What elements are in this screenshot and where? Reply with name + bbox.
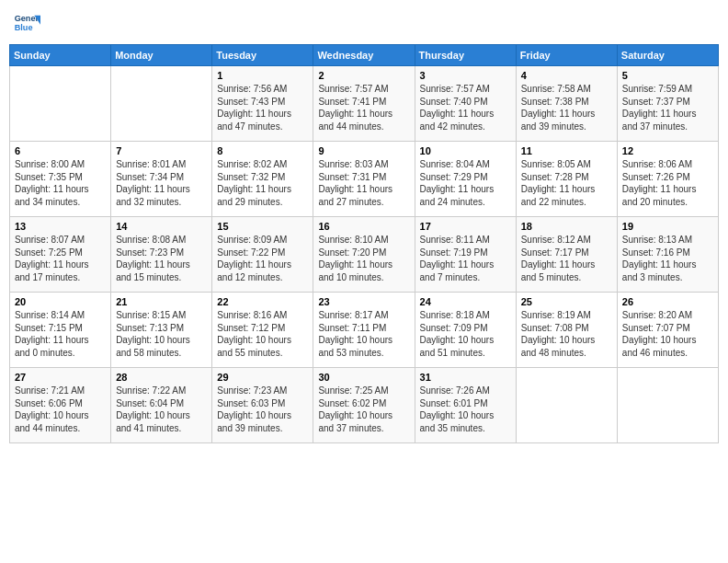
day-number: 20 (15, 296, 106, 307)
day-info: Sunrise: 8:10 AM Sunset: 7:20 PM Dayligh… (318, 234, 409, 283)
calendar-cell (10, 66, 111, 142)
calendar-week-row: 20Sunrise: 8:14 AM Sunset: 7:15 PM Dayli… (10, 293, 719, 368)
day-info: Sunrise: 8:04 AM Sunset: 7:29 PM Dayligh… (420, 158, 511, 208)
day-info: Sunrise: 8:06 AM Sunset: 7:26 PM Dayligh… (622, 158, 713, 208)
day-number: 1 (217, 70, 308, 81)
calendar-cell: 26Sunrise: 8:20 AM Sunset: 7:07 PM Dayli… (617, 293, 718, 368)
day-info: Sunrise: 7:57 AM Sunset: 7:40 PM Dayligh… (420, 83, 511, 132)
calendar-table: SundayMondayTuesdayWednesdayThursdayFrid… (9, 44, 719, 443)
calendar-cell: 6Sunrise: 8:00 AM Sunset: 7:35 PM Daylig… (10, 142, 111, 217)
day-info: Sunrise: 8:11 AM Sunset: 7:19 PM Dayligh… (420, 234, 511, 283)
logo-icon: General Blue (13, 9, 40, 37)
day-number: 22 (217, 296, 308, 307)
day-number: 8 (217, 145, 308, 156)
day-number: 30 (318, 372, 409, 383)
day-info: Sunrise: 7:58 AM Sunset: 7:38 PM Dayligh… (521, 83, 612, 132)
calendar-cell: 2Sunrise: 7:57 AM Sunset: 7:41 PM Daylig… (313, 66, 415, 142)
calendar-cell (111, 66, 212, 142)
calendar-cell: 29Sunrise: 7:23 AM Sunset: 6:03 PM Dayli… (212, 368, 313, 443)
calendar-cell: 23Sunrise: 8:17 AM Sunset: 7:11 PM Dayli… (313, 293, 415, 368)
day-info: Sunrise: 8:13 AM Sunset: 7:16 PM Dayligh… (622, 234, 713, 283)
day-info: Sunrise: 8:16 AM Sunset: 7:12 PM Dayligh… (217, 309, 308, 359)
calendar-cell: 17Sunrise: 8:11 AM Sunset: 7:19 PM Dayli… (415, 217, 516, 293)
day-info: Sunrise: 8:00 AM Sunset: 7:35 PM Dayligh… (15, 158, 106, 208)
day-number: 7 (116, 145, 207, 156)
calendar-cell: 4Sunrise: 7:58 AM Sunset: 7:38 PM Daylig… (516, 66, 617, 142)
weekday-header: Friday (516, 45, 617, 66)
logo: General Blue (13, 9, 44, 37)
day-number: 19 (622, 221, 713, 232)
calendar-header-row: SundayMondayTuesdayWednesdayThursdayFrid… (10, 45, 719, 66)
day-number: 4 (521, 70, 612, 81)
day-info: Sunrise: 8:07 AM Sunset: 7:25 PM Dayligh… (15, 234, 106, 283)
day-number: 28 (116, 372, 207, 383)
day-number: 23 (318, 296, 409, 307)
calendar-cell: 10Sunrise: 8:04 AM Sunset: 7:29 PM Dayli… (415, 142, 516, 217)
day-number: 31 (420, 372, 511, 383)
day-number: 29 (217, 372, 308, 383)
day-info: Sunrise: 7:59 AM Sunset: 7:37 PM Dayligh… (622, 83, 713, 132)
calendar-cell: 22Sunrise: 8:16 AM Sunset: 7:12 PM Dayli… (212, 293, 313, 368)
day-number: 6 (15, 145, 106, 156)
calendar-cell: 28Sunrise: 7:22 AM Sunset: 6:04 PM Dayli… (111, 368, 212, 443)
calendar-cell: 16Sunrise: 8:10 AM Sunset: 7:20 PM Dayli… (313, 217, 415, 293)
calendar-week-row: 6Sunrise: 8:00 AM Sunset: 7:35 PM Daylig… (10, 142, 719, 217)
calendar-cell: 12Sunrise: 8:06 AM Sunset: 7:26 PM Dayli… (617, 142, 718, 217)
day-info: Sunrise: 8:15 AM Sunset: 7:13 PM Dayligh… (116, 309, 207, 359)
day-number: 27 (15, 372, 106, 383)
day-number: 12 (622, 145, 713, 156)
day-number: 17 (420, 221, 511, 232)
calendar-cell: 8Sunrise: 8:02 AM Sunset: 7:32 PM Daylig… (212, 142, 313, 217)
day-number: 21 (116, 296, 207, 307)
calendar-cell: 14Sunrise: 8:08 AM Sunset: 7:23 PM Dayli… (111, 217, 212, 293)
day-info: Sunrise: 8:19 AM Sunset: 7:08 PM Dayligh… (521, 309, 612, 359)
day-info: Sunrise: 8:20 AM Sunset: 7:07 PM Dayligh… (622, 309, 713, 359)
calendar-cell: 30Sunrise: 7:25 AM Sunset: 6:02 PM Dayli… (313, 368, 415, 443)
calendar-cell: 13Sunrise: 8:07 AM Sunset: 7:25 PM Dayli… (10, 217, 111, 293)
calendar-cell: 31Sunrise: 7:26 AM Sunset: 6:01 PM Dayli… (415, 368, 516, 443)
day-number: 10 (420, 145, 511, 156)
day-number: 5 (622, 70, 713, 81)
calendar-week-row: 1Sunrise: 7:56 AM Sunset: 7:43 PM Daylig… (10, 66, 719, 142)
day-number: 26 (622, 296, 713, 307)
weekday-header: Sunday (10, 45, 111, 66)
calendar-cell: 25Sunrise: 8:19 AM Sunset: 7:08 PM Dayli… (516, 293, 617, 368)
day-info: Sunrise: 7:25 AM Sunset: 6:02 PM Dayligh… (318, 385, 409, 434)
day-info: Sunrise: 8:18 AM Sunset: 7:09 PM Dayligh… (420, 309, 511, 359)
calendar-cell (516, 368, 617, 443)
day-info: Sunrise: 7:22 AM Sunset: 6:04 PM Dayligh… (116, 385, 207, 434)
day-info: Sunrise: 8:01 AM Sunset: 7:34 PM Dayligh… (116, 158, 207, 208)
calendar-cell (617, 368, 718, 443)
page-header: General Blue (9, 9, 719, 37)
weekday-header: Wednesday (313, 45, 415, 66)
calendar-cell: 18Sunrise: 8:12 AM Sunset: 7:17 PM Dayli… (516, 217, 617, 293)
day-number: 2 (318, 70, 409, 81)
weekday-header: Tuesday (212, 45, 313, 66)
day-info: Sunrise: 8:02 AM Sunset: 7:32 PM Dayligh… (217, 158, 308, 208)
weekday-header: Thursday (415, 45, 516, 66)
calendar-cell: 21Sunrise: 8:15 AM Sunset: 7:13 PM Dayli… (111, 293, 212, 368)
calendar-cell: 7Sunrise: 8:01 AM Sunset: 7:34 PM Daylig… (111, 142, 212, 217)
day-info: Sunrise: 8:12 AM Sunset: 7:17 PM Dayligh… (521, 234, 612, 283)
calendar-cell: 5Sunrise: 7:59 AM Sunset: 7:37 PM Daylig… (617, 66, 718, 142)
calendar-cell: 19Sunrise: 8:13 AM Sunset: 7:16 PM Dayli… (617, 217, 718, 293)
weekday-header: Monday (111, 45, 212, 66)
day-number: 25 (521, 296, 612, 307)
day-number: 11 (521, 145, 612, 156)
day-info: Sunrise: 8:03 AM Sunset: 7:31 PM Dayligh… (318, 158, 409, 208)
day-info: Sunrise: 7:21 AM Sunset: 6:06 PM Dayligh… (15, 385, 106, 434)
calendar-cell: 3Sunrise: 7:57 AM Sunset: 7:40 PM Daylig… (415, 66, 516, 142)
day-info: Sunrise: 8:09 AM Sunset: 7:22 PM Dayligh… (217, 234, 308, 283)
calendar-cell: 9Sunrise: 8:03 AM Sunset: 7:31 PM Daylig… (313, 142, 415, 217)
calendar-cell: 20Sunrise: 8:14 AM Sunset: 7:15 PM Dayli… (10, 293, 111, 368)
day-info: Sunrise: 7:56 AM Sunset: 7:43 PM Dayligh… (217, 83, 308, 132)
day-number: 18 (521, 221, 612, 232)
day-number: 13 (15, 221, 106, 232)
day-number: 16 (318, 221, 409, 232)
calendar-week-row: 13Sunrise: 8:07 AM Sunset: 7:25 PM Dayli… (10, 217, 719, 293)
calendar-cell: 24Sunrise: 8:18 AM Sunset: 7:09 PM Dayli… (415, 293, 516, 368)
calendar-cell: 27Sunrise: 7:21 AM Sunset: 6:06 PM Dayli… (10, 368, 111, 443)
day-number: 14 (116, 221, 207, 232)
day-info: Sunrise: 8:08 AM Sunset: 7:23 PM Dayligh… (116, 234, 207, 283)
calendar-cell: 11Sunrise: 8:05 AM Sunset: 7:28 PM Dayli… (516, 142, 617, 217)
